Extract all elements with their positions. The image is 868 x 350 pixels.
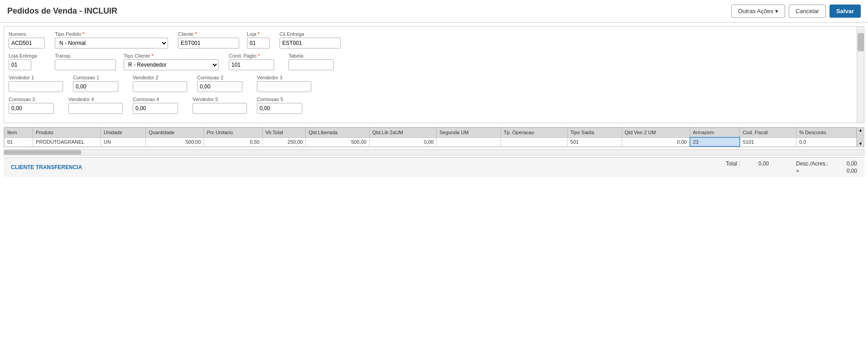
vendedor4-input[interactable] <box>69 103 123 113</box>
cell-desconto: 0,0 <box>796 137 857 146</box>
cond-pagto-input-group: 🔍 <box>229 59 274 70</box>
col-vlr-total: Vlr.Total <box>262 128 306 138</box>
col-quantidade: Quantidade <box>146 128 204 138</box>
scroll-down-arrow[interactable]: ▼ <box>857 141 864 147</box>
cli-entrega-input[interactable] <box>280 38 341 48</box>
table-scroll-arrows: ▲ ▼ <box>857 127 864 147</box>
cli-entrega-label: Cli.Entrega <box>280 31 343 37</box>
dropdown-arrow-icon: ▾ <box>775 8 778 15</box>
footer-totals: Total : 0,00 Desc./Acres.: 0,00 = 0,00 <box>726 160 857 174</box>
comissao3-input-group: 📋 <box>9 103 54 114</box>
comissao3-group: Comissao 3 📋 <box>9 97 63 114</box>
total-group: Total : 0,00 <box>726 160 769 167</box>
cancelar-button[interactable]: Cancelar <box>789 5 826 18</box>
cell-tipo-saida: 501 <box>568 137 622 146</box>
cond-pagto-label: Cond. Pagto * <box>229 53 283 58</box>
cell-produto: PRODUTOAGRANEL <box>33 137 101 146</box>
cell-cod-fiscal: 5101 <box>740 137 796 146</box>
cliente-input-group: 🔍 <box>178 38 239 49</box>
tipo-pedido-select[interactable]: N - Normal <box>55 38 168 49</box>
comissao4-input-group: 📋 <box>133 103 178 114</box>
form-scrollbar[interactable] <box>857 27 864 123</box>
items-table: Item Produto Unidade Quantidade Prc Unit… <box>4 127 857 147</box>
vendedor1-group: Vendedor 1 🔍 <box>9 75 68 92</box>
scroll-thumb <box>4 150 81 155</box>
tipo-pedido-group: Tipo Pedido * N - Normal <box>55 31 173 49</box>
equals-label: = <box>796 168 799 174</box>
form-row-4: Comissao 3 📋 Vendedor 4 🔍 Comissao 4 📋 V… <box>9 97 859 114</box>
vendedor5-input[interactable] <box>193 103 247 113</box>
equals-value: 0,00 <box>847 168 857 174</box>
vendedor5-label: Vendedor 5 <box>193 97 251 102</box>
comissao2-input[interactable] <box>198 82 242 92</box>
transp-input[interactable] <box>55 60 116 70</box>
vendedor2-input[interactable] <box>133 82 187 92</box>
cell-item: 01 <box>5 137 33 146</box>
form-row-3: Vendedor 1 🔍 Comissao 1 📋 Vendedor 2 🔍 C… <box>9 75 859 92</box>
comissao4-input[interactable] <box>133 103 178 113</box>
tabela-label: Tabela <box>289 53 343 58</box>
tipo-cliente-select[interactable]: R - Revendedor <box>124 59 219 70</box>
vendedor4-label: Vendedor 4 <box>68 97 127 102</box>
vendedor1-input-group: 🔍 <box>9 81 63 92</box>
vendedor2-label: Vendedor 2 <box>133 75 192 80</box>
loja-input[interactable] <box>247 38 270 49</box>
vendedor5-group: Vendedor 5 🔍 <box>193 97 251 114</box>
desc-acres-value: 0,00 <box>847 160 857 167</box>
cond-pagto-input[interactable] <box>229 60 274 70</box>
horizontal-scrollbar[interactable] <box>4 149 864 156</box>
vendedor4-input-group: 🔍 <box>68 103 123 114</box>
col-unidade: Unidade <box>101 128 146 138</box>
vendedor3-input[interactable] <box>257 82 311 92</box>
vendedor2-group: Vendedor 2 🔍 <box>133 75 192 92</box>
footer-area: CLIENTE TRANSFERENCIA Total : 0,00 Desc.… <box>4 157 864 177</box>
scroll-up-arrow[interactable]: ▲ <box>857 127 864 133</box>
tipo-cliente-group: Tipo Cliente * R - Revendedor <box>124 53 223 70</box>
comissao1-label: Comissao 1 <box>73 75 127 80</box>
col-segunda-um: Segunda UM <box>437 128 501 138</box>
table-wrapper: Item Produto Unidade Quantidade Prc Unit… <box>4 127 864 147</box>
cell-qtd-lib-2aum: 0,00 <box>369 137 436 146</box>
tabela-input[interactable] <box>289 60 334 70</box>
page-header: Pedidos de Venda - INCLUIR Outras Ações … <box>0 0 868 23</box>
cell-qtd-ven-2-um: 0,00 <box>622 137 690 146</box>
table-row: 01 PRODUTOAGRANEL UN 500,00 0,50 250,00 … <box>5 137 857 146</box>
cliente-input[interactable] <box>178 38 239 48</box>
cell-quantidade: 500,00 <box>146 137 204 146</box>
numero-input[interactable] <box>9 38 45 49</box>
col-tp-operacao: Tp. Operacao <box>501 128 567 138</box>
col-item: Item <box>5 128 33 138</box>
footer-cliente-label: CLIENTE TRANSFERENCIA <box>11 164 82 170</box>
loja-entrega-label: Loja Entrega <box>9 53 49 58</box>
comissao5-input-group: 📋 <box>257 103 302 114</box>
cli-entrega-input-group: 🔍 <box>280 38 341 49</box>
comissao3-input[interactable] <box>9 103 54 113</box>
comissao5-label: Comissao 5 <box>257 97 311 102</box>
salvar-button[interactable]: Salvar <box>829 5 861 18</box>
tipo-pedido-label: Tipo Pedido * <box>55 31 173 37</box>
numero-group: Numero <box>9 31 49 49</box>
tipo-cliente-label: Tipo Cliente * <box>124 53 223 58</box>
total-row: Total : 0,00 <box>726 160 769 167</box>
total-label: Total : <box>726 160 740 167</box>
transp-input-group: 🔍 <box>55 59 116 70</box>
comissao2-label: Comissao 2 <box>197 75 251 80</box>
loja-entrega-input[interactable] <box>9 59 31 70</box>
comissao1-input-group: 📋 <box>73 81 118 92</box>
form-row-1: Numero Tipo Pedido * N - Normal Cliente … <box>9 31 859 49</box>
cell-armazem[interactable]: 23 <box>690 137 740 146</box>
vendedor1-input[interactable] <box>9 82 63 92</box>
tabela-input-group: 🔍 <box>289 59 334 70</box>
cell-prc-unitario: 0,50 <box>204 137 262 146</box>
equals-row: = 0,00 <box>796 168 857 174</box>
transp-group: Transp. 🔍 <box>55 53 118 70</box>
loja-label: Loja * <box>247 31 274 37</box>
outras-acoes-button[interactable]: Outras Ações ▾ <box>731 5 785 18</box>
vendedor1-label: Vendedor 1 <box>9 75 68 80</box>
comissao1-input[interactable] <box>73 82 118 92</box>
cell-tp-operacao <box>501 137 567 146</box>
comissao2-input-group: 📋 <box>197 81 242 92</box>
comissao2-group: Comissao 2 📋 <box>197 75 251 92</box>
comissao5-input[interactable] <box>257 103 302 113</box>
form-row-2: Loja Entrega Transp. 🔍 Tipo Cliente * R … <box>9 53 859 70</box>
